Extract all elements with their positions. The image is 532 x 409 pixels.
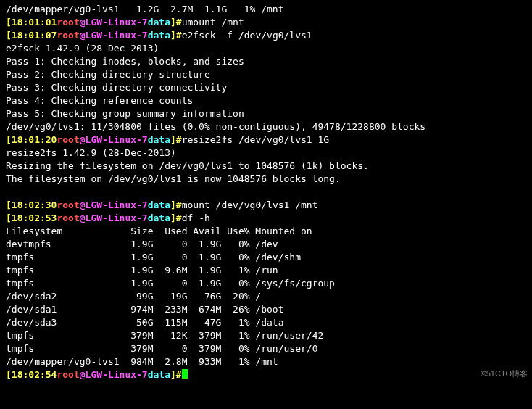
cmd-resize: resize2fs /dev/vg0/lvs1 1G [182,134,330,145]
df-row: /dev/mapper/vg0-lvs1 984M 2.8M 933M 1% /… [6,355,526,368]
df-row: devtmpfs 1.9G 0 1.9G 0% /dev [6,238,526,251]
cmd-umount: umount /mnt [182,17,244,28]
out-line: Pass 1: Checking inodes, blocks, and siz… [6,55,526,68]
out-line: Pass 3: Checking directory connectivity [6,81,526,94]
prompt-at: @ [80,17,86,28]
prompt-idle[interactable]: [18:02:54root@LGW-Linux-7data]# [6,368,526,381]
prompt-time: 18:01:01 [12,17,57,28]
df-row: /dev/sda2 99G 19G 76G 20% / [6,290,526,303]
df-row-prev: /dev/mapper/vg0-lvs1 1.2G 2.7M 1.1G 1% /… [6,3,526,16]
out-line: Pass 4: Checking reference counts [6,94,526,107]
out-line: resize2fs 1.42.9 (28-Dec-2013) [6,146,526,160]
terminal-output[interactable]: /dev/mapper/vg0-lvs1 1.2G 2.7M 1.1G 1% /… [6,3,526,381]
out-line: The filesystem on /dev/vg0/lvs1 is now 1… [6,173,526,186]
out-line: Pass 2: Checking directory structure [6,68,526,81]
out-line: Resizing the filesystem on /dev/vg0/lvs1… [6,160,526,173]
cmd-mount: mount /dev/vg0/lvs1 /mnt [182,199,318,210]
prompt-bracket: [ [6,17,12,28]
prompt-e2fsck: [18:01:07root@LGW-Linux-7data]#e2fsck -f… [6,29,526,42]
watermark: ©51CTO博客 [481,367,528,380]
df-row: /dev/sda1 974M 233M 674M 26% /boot [6,303,526,316]
out-line: e2fsck 1.42.9 (28-Dec-2013) [6,42,526,55]
cursor[interactable] [182,369,188,379]
df-row: tmpfs 379M 0 379M 0% /run/user/0 [6,342,526,355]
df-row: tmpfs 1.9G 0 1.9G 0% /sys/fs/cgroup [6,277,526,290]
out-line: /dev/vg0/lvs1: 11/304800 files (0.0% non… [6,120,526,133]
prompt-mount: [18:02:30root@LGW-Linux-7data]#mount /de… [6,199,526,212]
prompt-user: root [57,17,79,28]
df-header: Filesystem Size Used Avail Use% Mounted … [6,225,526,238]
df-row: tmpfs 379M 12K 379M 1% /run/user/42 [6,329,526,342]
prompt-resize: [18:01:20root@LGW-Linux-7data]#resize2fs… [6,133,526,146]
prompt-cwd: data [148,17,170,28]
blank-line [6,186,526,199]
df-row: tmpfs 1.9G 9.6M 1.9G 1% /run [6,264,526,277]
prompt-hash: # [176,17,182,28]
cmd-e2fsck: e2fsck -f /dev/vg0/lvs1 [182,30,312,41]
prompt-df: [18:02:53root@LGW-Linux-7data]#df -h [6,212,526,225]
df-row: /dev/sda3 50G 115M 47G 1% /data [6,316,526,329]
cmd-df: df -h [182,212,210,223]
out-line: Pass 5: Checking group summary informati… [6,107,526,120]
prompt-bracket-close: ] [170,17,176,28]
prompt-umount: [18:01:01root@LGW-Linux-7data]#umount /m… [6,16,526,29]
prompt-host: LGW-Linux-7 [86,17,148,28]
df-row: tmpfs 1.9G 0 1.9G 0% /dev/shm [6,251,526,264]
